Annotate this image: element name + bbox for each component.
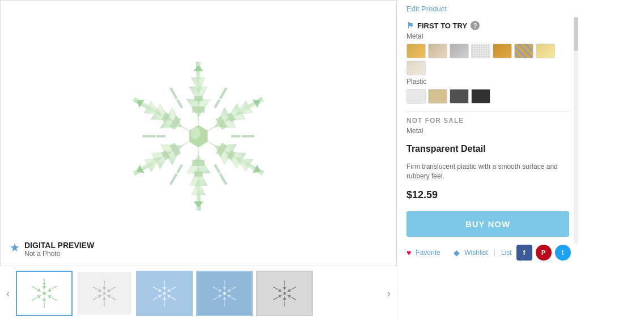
scrollbar-track[interactable] (574, 17, 578, 244)
swatch-light-extra[interactable] (406, 61, 426, 75)
product-image-container: ★ DIGITAL PREVIEW Not a Photo (0, 0, 397, 266)
swatch-darkest-plastic[interactable] (471, 89, 490, 104)
help-icon[interactable]: ? (471, 21, 480, 30)
svg-rect-54 (176, 99, 183, 108)
swatch-silver-warm[interactable] (428, 44, 447, 58)
svg-rect-49 (170, 173, 178, 185)
product-price: $12.59 (406, 189, 569, 201)
social-icons: f P t (516, 245, 571, 261)
svg-rect-25 (192, 160, 205, 166)
product-description: Firm translucent plastic with a smooth s… (406, 162, 569, 181)
svg-rect-51 (142, 135, 155, 137)
thumbnails-row: ‹ (0, 266, 397, 320)
swatch-gold[interactable] (406, 44, 426, 58)
swatch-white-marble[interactable] (471, 44, 490, 58)
svg-marker-6 (193, 65, 204, 71)
swatch-stripe[interactable] (514, 44, 533, 58)
edit-product-link[interactable]: Edit Product (406, 5, 569, 13)
svg-rect-46 (231, 135, 240, 137)
scrollbar-thumb[interactable] (574, 17, 578, 51)
swatch-yellow[interactable] (536, 44, 555, 58)
thumbnail-4[interactable] (196, 271, 253, 316)
swatch-white-plastic[interactable] (406, 89, 426, 104)
digital-preview-title: DIGITAL PREVIEW (24, 241, 94, 250)
svg-rect-4 (192, 106, 205, 113)
prev-thumb-button[interactable]: ‹ (0, 271, 16, 316)
main-content: ★ DIGITAL PREVIEW Not a Photo ‹ (0, 0, 644, 320)
svg-rect-44 (214, 99, 221, 108)
thumbnail-5[interactable] (256, 271, 313, 316)
metal-swatches-row-2 (406, 61, 569, 75)
svg-rect-26 (194, 172, 202, 177)
svg-rect-43 (219, 87, 227, 99)
svg-rect-52 (156, 135, 166, 137)
swatch-cream-plastic[interactable] (428, 89, 447, 104)
digital-preview-text: DIGITAL PREVIEW Not a Photo (24, 241, 94, 258)
first-to-try-label: ⚑ FIRST TO TRY ? (406, 21, 569, 30)
digital-preview-subtitle: Not a Photo (24, 250, 94, 258)
svg-rect-48 (214, 164, 221, 173)
heart-icon: ♥ (406, 248, 411, 257)
svg-rect-50 (176, 164, 183, 173)
thumbnails-list (16, 271, 381, 316)
swatch-dark-plastic[interactable] (450, 89, 469, 104)
swatch-bronze[interactable] (493, 44, 512, 58)
star-icon: ★ (10, 242, 20, 253)
product-left: ★ DIGITAL PREVIEW Not a Photo ‹ (0, 0, 397, 320)
page-wrapper: ★ DIGITAL PREVIEW Not a Photo ‹ (0, 0, 644, 320)
metal-swatches-row (406, 44, 569, 58)
svg-rect-47 (219, 173, 227, 185)
thumbnail-2[interactable] (76, 271, 133, 316)
product-right: Edit Product ⚑ FIRST TO TRY ? Metal (397, 0, 578, 320)
thumbnail-1[interactable] (16, 271, 73, 316)
flag-icon: ⚑ (406, 21, 414, 30)
plastic-label: Plastic (406, 78, 569, 86)
svg-rect-45 (242, 135, 255, 137)
pipe-divider: | (494, 248, 495, 257)
social-row: ♥ Favorite ◆ Wishlist | List f P t (406, 245, 569, 261)
wishlist-icon: ◆ (454, 248, 460, 257)
plastic-swatches-row (406, 89, 569, 104)
product-name: Transparent Detail (406, 144, 569, 154)
favorite-link[interactable]: Favorite (416, 249, 440, 257)
first-to-try-section: ⚑ FIRST TO TRY ? Metal (406, 21, 569, 106)
metal-label: Metal (406, 32, 569, 40)
svg-rect-53 (170, 87, 178, 99)
not-for-sale-section: NOT FOR SALE Metal (406, 112, 569, 138)
list-link[interactable]: List (501, 249, 512, 257)
facebook-button[interactable]: f (516, 245, 532, 261)
svg-marker-27 (193, 201, 204, 207)
digital-preview-badge: ★ DIGITAL PREVIEW Not a Photo (10, 241, 94, 258)
twitter-button[interactable]: t (555, 245, 571, 261)
svg-point-55 (190, 127, 201, 139)
divider-1 (446, 248, 448, 257)
buy-now-button[interactable]: BUY NOW (406, 211, 569, 237)
next-thumb-button[interactable]: › (381, 271, 397, 316)
not-for-sale-label: NOT FOR SALE (406, 117, 569, 125)
wishlist-link[interactable]: Wishlist (464, 249, 488, 257)
product-image (1, 1, 396, 266)
thumbnail-3[interactable] (136, 271, 193, 316)
pinterest-button[interactable]: P (536, 245, 552, 261)
swatch-silver[interactable] (450, 44, 469, 58)
svg-rect-5 (194, 96, 202, 101)
not-for-sale-material: Metal (406, 127, 569, 135)
